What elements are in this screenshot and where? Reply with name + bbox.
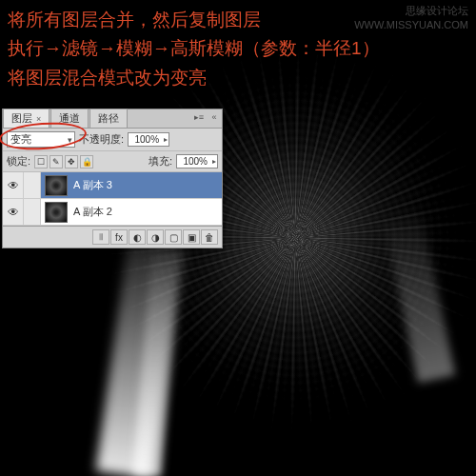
blend-mode-select[interactable]: 变亮 [7, 131, 75, 148]
layer-name[interactable]: A 副本 2 [71, 205, 222, 219]
lock-all-icon[interactable]: 🔒 [80, 155, 93, 169]
instruction-line: 将图层混合模式改为变亮 [8, 64, 380, 92]
link-column[interactable] [24, 172, 41, 198]
layers-list: 👁 A 副本 3 👁 A 副本 2 [3, 172, 222, 226]
layer-name[interactable]: A 副本 3 [71, 178, 222, 192]
instruction-line: 将所有图层合并，然后复制图层 [8, 6, 380, 34]
new-layer-icon[interactable]: ▣ [183, 229, 200, 245]
fill-label: 填充: [149, 154, 172, 169]
tab-channels[interactable]: 通道 [50, 109, 89, 128]
lock-position-icon[interactable]: ✥ [65, 155, 78, 169]
tab-paths[interactable]: 路径 [89, 109, 128, 128]
fx-icon[interactable]: fx [110, 229, 128, 245]
adjustment-icon[interactable]: ◑ [147, 229, 164, 245]
layer-row[interactable]: 👁 A 副本 2 [3, 199, 222, 226]
group-icon[interactable]: ▢ [165, 229, 182, 245]
fill-input[interactable]: 100% [176, 154, 218, 169]
layer-buttons-bar: ⦀ fx ◐ ◑ ▢ ▣ 🗑 [3, 226, 222, 248]
tab-layers[interactable]: 图层× [3, 109, 50, 128]
layers-panel: 图层× 通道 路径 ▸≡ « 变亮 不透明度: 100% 锁定: ☐ ✎ ✥ 🔒… [2, 109, 223, 248]
blend-opacity-row: 变亮 不透明度: 100% [3, 129, 222, 151]
opacity-label: 不透明度: [79, 132, 124, 147]
lock-pixels-icon[interactable]: ✎ [50, 155, 63, 169]
lock-fill-row: 锁定: ☐ ✎ ✥ 🔒 填充: 100% [3, 151, 222, 172]
layer-thumbnail[interactable] [45, 202, 68, 223]
trash-icon[interactable]: 🗑 [201, 229, 218, 245]
instruction-line: 执行→滤镜→模糊→高斯模糊（参数：半径1） [8, 34, 380, 63]
visibility-eye-icon[interactable]: 👁 [3, 172, 24, 198]
link-layers-icon[interactable]: ⦀ [92, 229, 109, 245]
visibility-eye-icon[interactable]: 👁 [3, 199, 24, 225]
lock-label: 锁定: [7, 154, 30, 169]
lock-icons: ☐ ✎ ✥ 🔒 [34, 155, 93, 169]
panel-tabs: 图层× 通道 路径 ▸≡ « [3, 109, 222, 129]
opacity-input[interactable]: 100% [128, 132, 169, 147]
panel-menu-icon[interactable]: ▸≡ [193, 111, 205, 123]
layer-row[interactable]: 👁 A 副本 3 [3, 172, 222, 199]
layer-thumbnail[interactable] [45, 175, 68, 196]
link-column[interactable] [24, 199, 41, 225]
panel-collapse-icon[interactable]: « [208, 111, 220, 123]
tutorial-instructions: 将所有图层合并，然后复制图层 执行→滤镜→模糊→高斯模糊（参数：半径1） 将图层… [8, 6, 380, 92]
lock-transparency-icon[interactable]: ☐ [34, 155, 48, 169]
close-icon[interactable]: × [36, 114, 41, 124]
mask-icon[interactable]: ◐ [129, 229, 146, 245]
